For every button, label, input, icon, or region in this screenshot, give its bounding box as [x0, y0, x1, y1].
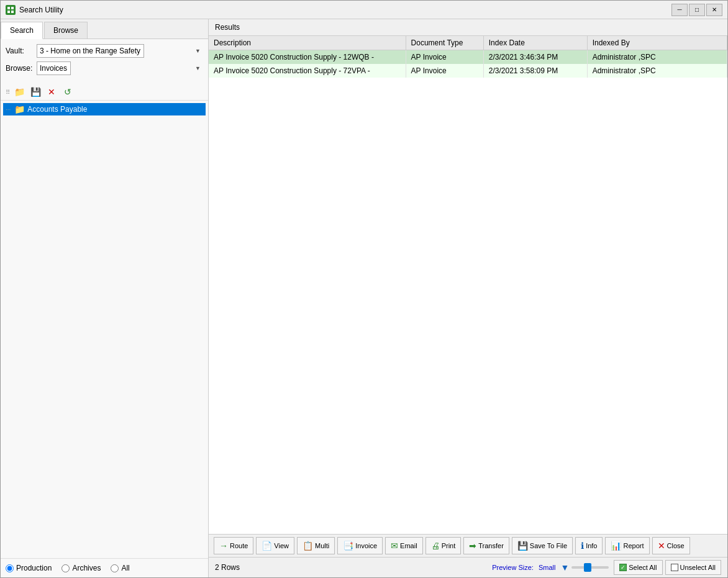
app-title: Search Utility: [19, 6, 671, 14]
tab-bar: Search Browse: [1, 19, 208, 39]
info-label: Info: [586, 542, 597, 549]
radio-archives[interactable]: Archives: [61, 564, 101, 572]
radio-area: Production Archives All: [1, 558, 208, 577]
svg-rect-0: [7, 7, 10, 9]
report-button[interactable]: 📊 Report: [605, 537, 649, 554]
cell-description: AP Invoice 5020 Construction Supply - 12…: [209, 50, 406, 65]
tab-search[interactable]: Search: [1, 22, 43, 39]
browse-label: Browse:: [6, 64, 37, 73]
route-button[interactable]: → Route: [214, 537, 253, 554]
route-icon: →: [219, 541, 228, 551]
browse-row: Browse: Invoices: [6, 61, 203, 75]
results-table: Description Document Type Index Date Ind…: [209, 36, 727, 78]
preview-label: Preview Size:: [492, 564, 534, 571]
view-label: View: [274, 542, 289, 549]
cell-indexed-by: Administrator ,SPC: [587, 50, 727, 65]
vault-label: Vault:: [6, 47, 37, 55]
minimize-button[interactable]: ─: [671, 4, 688, 16]
multi-icon: 📋: [303, 541, 313, 551]
close-action-button[interactable]: ✕ Close: [652, 537, 690, 554]
table-header-row: Description Document Type Index Date Ind…: [209, 36, 727, 50]
unselect-all-button[interactable]: Unselect All: [665, 560, 721, 575]
svg-rect-3: [11, 11, 14, 13]
print-icon: 🖨: [431, 541, 440, 551]
slider-container: ▼: [560, 562, 609, 572]
col-doc-type[interactable]: Document Type: [406, 36, 483, 50]
cell-doc-type: AP Invoice: [406, 64, 483, 78]
svg-rect-2: [7, 11, 10, 13]
folder-new-icon: 📁: [14, 87, 25, 97]
content-area: Search Browse Vault: 3 - Home on the Ran…: [1, 19, 727, 577]
tree-area: ··· 📁 Accounts Payable: [1, 101, 208, 558]
row-count: 2 Rows: [215, 563, 240, 572]
info-icon: ℹ: [581, 541, 584, 551]
cell-indexed-by: Administrator ,SPC: [587, 64, 727, 78]
bottom-toolbar: → Route 📄 View 📋 Multi 📑 Invoice ✉: [209, 534, 727, 557]
multi-label: Multi: [315, 542, 329, 549]
invoice-icon: 📑: [343, 541, 353, 551]
status-bar: 2 Rows Preview Size: Small ▼ ✓ Select Al…: [209, 557, 727, 577]
table-row[interactable]: AP Invoice 5020 Construction Supply - 12…: [209, 50, 727, 65]
vault-row: Vault: 3 - Home on the Range Safety: [6, 44, 203, 58]
save-icon: 💾: [30, 87, 41, 97]
window-controls: ─ □ ✕: [671, 4, 722, 16]
svg-rect-1: [11, 7, 14, 9]
right-panel: Results Description Document Type Index …: [209, 19, 727, 577]
refresh-button[interactable]: ↺: [61, 85, 75, 99]
radio-all-label: All: [121, 564, 129, 572]
tree-toolbar: ⠿ 📁 💾 ✕ ↺: [1, 84, 208, 101]
select-all-button[interactable]: ✓ Select All: [614, 560, 662, 575]
multi-button[interactable]: 📋 Multi: [297, 537, 335, 554]
print-button[interactable]: 🖨 Print: [425, 537, 462, 554]
transfer-button[interactable]: ➡ Transfer: [463, 537, 509, 554]
tab-browse[interactable]: Browse: [44, 22, 88, 38]
cell-index-date: 2/3/2021 3:46:34 PM: [483, 50, 587, 65]
cell-doc-type: AP Invoice: [406, 50, 483, 65]
tree-item-accounts-payable[interactable]: ··· 📁 Accounts Payable: [3, 103, 206, 115]
thumb-down-icon: ▼: [560, 562, 569, 572]
report-label: Report: [623, 542, 644, 549]
radio-all[interactable]: All: [111, 564, 129, 572]
radio-archives-label: Archives: [72, 564, 101, 572]
results-header: Results: [209, 19, 727, 36]
vault-select[interactable]: 3 - Home on the Range Safety: [37, 44, 144, 58]
table-row[interactable]: AP Invoice 5020 Construction Supply - 72…: [209, 64, 727, 78]
radio-production[interactable]: Production: [6, 564, 52, 572]
email-button[interactable]: ✉ Email: [385, 537, 423, 554]
info-button[interactable]: ℹ Info: [575, 537, 603, 554]
refresh-icon: ↺: [64, 87, 71, 97]
transfer-icon: ➡: [469, 541, 476, 551]
col-index-date[interactable]: Index Date: [483, 36, 587, 50]
titlebar: Search Utility ─ □ ✕: [1, 1, 727, 19]
preview-size: Small: [539, 564, 556, 571]
print-label: Print: [442, 542, 456, 549]
view-icon: 📄: [262, 541, 272, 551]
route-label: Route: [230, 542, 248, 549]
select-buttons: ✓ Select All Unselect All: [614, 560, 721, 575]
slider-track[interactable]: [571, 566, 609, 569]
email-label: Email: [400, 542, 417, 549]
close-action-icon: ✕: [658, 541, 665, 551]
maximize-button[interactable]: □: [689, 4, 705, 16]
new-folder-button[interactable]: 📁: [12, 85, 26, 99]
delete-icon: ✕: [48, 87, 55, 97]
save-to-file-label: Save To File: [530, 542, 567, 549]
main-window: Search Utility ─ □ ✕ Search Browse Vault…: [0, 0, 728, 578]
results-table-wrapper[interactable]: Description Document Type Index Date Ind…: [209, 36, 727, 534]
form-area: Vault: 3 - Home on the Range Safety Brow…: [1, 39, 208, 84]
view-button[interactable]: 📄 View: [256, 537, 294, 554]
unselect-all-label: Unselect All: [680, 564, 716, 571]
slider-thumb[interactable]: [584, 563, 591, 572]
invoice-label: Invoice: [355, 542, 377, 549]
col-description[interactable]: Description: [209, 36, 406, 50]
save-to-file-button[interactable]: 💾 Save To File: [512, 537, 573, 554]
close-button[interactable]: ✕: [706, 4, 722, 16]
invoice-button[interactable]: 📑 Invoice: [337, 537, 383, 554]
radio-production-label: Production: [16, 564, 52, 572]
col-indexed-by[interactable]: Indexed By: [587, 36, 727, 50]
delete-button[interactable]: ✕: [45, 85, 58, 99]
browse-select[interactable]: Invoices: [37, 61, 71, 75]
cell-index-date: 2/3/2021 3:58:09 PM: [483, 64, 587, 78]
drag-handle-icon: ⠿: [6, 89, 10, 96]
save-button[interactable]: 💾: [29, 85, 42, 99]
